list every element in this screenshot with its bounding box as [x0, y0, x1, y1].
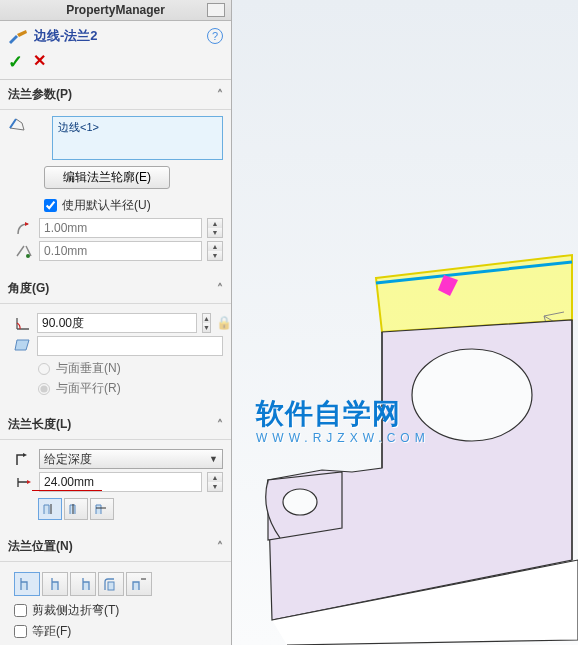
angle-row: ▲▼ 🔒 — [14, 313, 223, 333]
parallel-label: 与面平行(R) — [56, 380, 121, 397]
edit-flange-profile-button[interactable]: 编辑法兰轮廓(E) — [44, 166, 170, 189]
collapse-icon: ˄ — [217, 282, 223, 296]
length-from-row — [38, 498, 223, 520]
section-length-title: 法兰长度(L) — [8, 416, 71, 433]
perpendicular-label: 与面垂直(N) — [56, 360, 121, 377]
section-length-body: 给定深度 ▼ ▲▼ — [0, 440, 231, 532]
watermark-main: 软件自学网 — [256, 398, 401, 429]
use-default-radius-input[interactable] — [44, 199, 57, 212]
gap-distance-input[interactable] — [39, 241, 202, 261]
collapse-icon: ˄ — [217, 540, 223, 554]
equal-offset-label: 等距(F) — [32, 623, 71, 640]
equal-offset-checkbox[interactable]: 等距(F) — [14, 623, 223, 640]
3d-viewport[interactable]: 软件自学网 WWW.RJZXW.COM — [232, 0, 578, 645]
section-length-head[interactable]: 法兰长度(L) ˄ — [0, 410, 231, 440]
face-ref-icon — [14, 337, 32, 356]
length-from-outer-button[interactable] — [38, 498, 62, 520]
parallel-radio-input[interactable] — [38, 383, 50, 395]
feature-title: 边线-法兰2 — [34, 27, 98, 45]
angle-radio-group: 与面垂直(N) 与面平行(R) — [38, 360, 223, 397]
ok-button[interactable]: ✓ — [8, 51, 23, 73]
length-icon — [14, 473, 34, 491]
watermark: 软件自学网 WWW.RJZXW.COM — [256, 395, 430, 445]
collapse-icon: ˄ — [217, 88, 223, 102]
trim-side-bends-checkbox[interactable]: 剪裁侧边折弯(T) — [14, 602, 223, 619]
parallel-radio[interactable]: 与面平行(R) — [38, 380, 223, 397]
length-value-row: ▲▼ — [14, 472, 223, 492]
pm-header: PropertyManager — [0, 0, 231, 21]
gap-distance-row: ▲▼ — [14, 241, 223, 261]
perpendicular-radio-input[interactable] — [38, 363, 50, 375]
section-angle-head[interactable]: 角度(G) ˄ — [0, 274, 231, 304]
annotation-underline — [32, 490, 102, 491]
sheet-metal-part — [232, 0, 578, 645]
svg-point-9 — [412, 349, 532, 441]
position-virtual-outside-button[interactable] — [98, 572, 124, 596]
section-position-title: 法兰位置(N) — [8, 538, 73, 555]
lock-icon[interactable]: 🔒 — [216, 315, 232, 331]
section-angle-title: 角度(G) — [8, 280, 49, 297]
use-default-radius-label: 使用默认半径(U) — [62, 197, 151, 214]
position-buttons-row — [14, 572, 223, 596]
gap-distance-spinner[interactable]: ▲▼ — [207, 241, 223, 261]
section-position-body: 剪裁侧边折弯(T) 等距(F) — [0, 562, 231, 645]
angle-input[interactable] — [37, 313, 197, 333]
edge-item[interactable]: 边线<1> — [58, 120, 217, 135]
ok-cancel-row: ✓ ✕ — [0, 47, 231, 80]
cancel-button[interactable]: ✕ — [33, 51, 46, 73]
perpendicular-radio[interactable]: 与面垂直(N) — [38, 360, 223, 377]
position-bend-outside-button[interactable] — [70, 572, 96, 596]
pin-icon[interactable] — [207, 3, 225, 17]
property-manager-panel: PropertyManager 边线-法兰2 ? ✓ ✕ 法兰参数(P) ˄ 边… — [0, 0, 232, 645]
equal-offset-input[interactable] — [14, 625, 27, 638]
edge-selection-list[interactable]: 边线<1> — [52, 116, 223, 160]
position-material-inside-button[interactable] — [14, 572, 40, 596]
help-icon[interactable]: ? — [207, 28, 223, 44]
use-default-radius-checkbox[interactable]: 使用默认半径(U) — [44, 197, 223, 214]
svg-point-11 — [283, 489, 317, 515]
angle-icon — [14, 314, 32, 332]
edge-icon — [8, 116, 26, 132]
feature-title-row: 边线-法兰2 ? — [0, 21, 231, 47]
watermark-sub: WWW.RJZXW.COM — [256, 431, 430, 445]
pm-title: PropertyManager — [24, 3, 207, 17]
angle-face-row — [14, 336, 223, 356]
dropdown-arrow-icon: ▼ — [209, 454, 218, 464]
section-flange-params-body: 边线<1> 编辑法兰轮廓(E) 使用默认半径(U) ▲▼ ▲▼ — [0, 110, 231, 274]
section-flange-params-head[interactable]: 法兰参数(P) ˄ — [0, 80, 231, 110]
section-angle-body: ▲▼ 🔒 与面垂直(N) 与面平行(R) — [0, 304, 231, 410]
position-bend-offset-button[interactable] — [126, 572, 152, 596]
end-condition-row: 给定深度 ▼ — [14, 449, 223, 469]
length-spinner[interactable]: ▲▼ — [207, 472, 223, 492]
trim-side-bends-label: 剪裁侧边折弯(T) — [32, 602, 119, 619]
edge-flange-icon — [8, 28, 28, 44]
section-flange-params-title: 法兰参数(P) — [8, 86, 72, 103]
angle-spinner[interactable]: ▲▼ — [202, 313, 211, 333]
end-condition-combo[interactable]: 给定深度 ▼ — [39, 449, 223, 469]
collapse-icon: ˄ — [217, 418, 223, 432]
end-condition-icon — [14, 450, 34, 468]
bend-radius-spinner[interactable]: ▲▼ — [207, 218, 223, 238]
position-material-outside-button[interactable] — [42, 572, 68, 596]
bend-radius-row: ▲▼ — [14, 218, 223, 238]
svg-point-0 — [26, 254, 30, 258]
length-from-inner-button[interactable] — [64, 498, 88, 520]
bend-radius-icon — [14, 219, 34, 237]
length-from-tangent-button[interactable] — [90, 498, 114, 520]
bend-radius-input[interactable] — [39, 218, 202, 238]
angle-face-input[interactable] — [37, 336, 223, 356]
length-input[interactable] — [39, 472, 202, 492]
trim-side-bends-input[interactable] — [14, 604, 27, 617]
svg-rect-1 — [108, 582, 114, 590]
gap-distance-icon — [14, 242, 34, 260]
section-position-head[interactable]: 法兰位置(N) ˄ — [0, 532, 231, 562]
end-condition-value: 给定深度 — [44, 451, 92, 468]
